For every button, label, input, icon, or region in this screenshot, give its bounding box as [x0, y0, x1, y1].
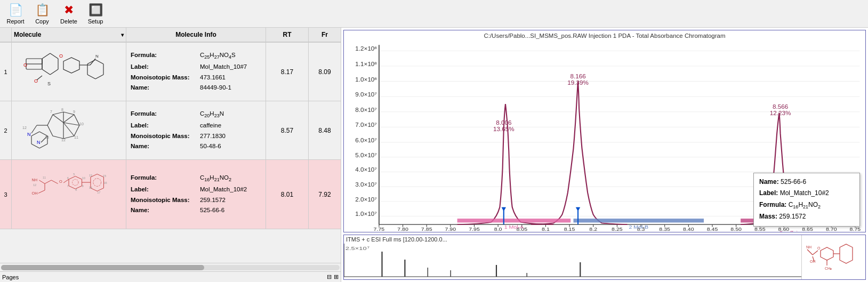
svg-text:S: S	[47, 81, 51, 86]
table-row[interactable]: 2 N	[0, 101, 341, 160]
table-header: Molecule ▾ Molecule Info RT Fr	[0, 28, 341, 43]
svg-text:9: 9	[73, 110, 75, 114]
row-fr-2: 8.48	[309, 101, 341, 159]
svg-text:N: N	[37, 140, 41, 145]
svg-text:3.0×10⁷: 3.0×10⁷	[355, 182, 376, 188]
svg-text:6: 6	[67, 176, 69, 180]
svg-text:8.75: 8.75	[850, 227, 861, 232]
svg-text:8.15: 8.15	[564, 227, 575, 232]
row-molinfo-1: Formula:C25H27NO4S Label:Mol_Match_10#7 …	[126, 43, 266, 101]
row-rt-2: 8.57	[266, 101, 309, 159]
col-fr-header: Fr	[309, 28, 341, 42]
spectrum-svg: 2.5×10⁷	[344, 244, 801, 278]
svg-text:8.50: 8.50	[730, 227, 742, 232]
svg-text:O: O	[23, 62, 27, 68]
delete-label: Delete	[60, 18, 77, 25]
copy-icon: 📋	[35, 3, 50, 17]
svg-marker-179	[821, 247, 833, 260]
svg-text:5: 5	[73, 173, 75, 176]
svg-text:8.2: 8.2	[589, 227, 597, 232]
report-icon: 📄	[9, 3, 23, 17]
main-area: Molecule ▾ Molecule Info RT Fr 1	[0, 28, 868, 282]
svg-text:2.5×10⁷: 2.5×10⁷	[345, 246, 369, 251]
tooltip-formula-value: C16H21NO2	[789, 201, 821, 208]
svg-text:N: N	[95, 54, 99, 59]
row-num-2: 2	[0, 101, 12, 159]
report-button[interactable]: 📄 Report	[2, 1, 29, 27]
svg-line-4	[50, 69, 58, 75]
svg-marker-70	[91, 174, 104, 191]
svg-line-52	[45, 180, 51, 184]
bottom-struct-svg: NH O OH CH₃	[805, 239, 863, 276]
page-nav-icon[interactable]: ⊟	[327, 273, 332, 280]
svg-line-5	[42, 69, 50, 75]
svg-line-15	[95, 60, 103, 64]
horizontal-scrollbar[interactable]	[0, 263, 341, 271]
scrollbar-thumb[interactable]	[1, 265, 204, 270]
scrollbar-track[interactable]	[1, 265, 340, 270]
row-num-1: 1	[0, 43, 12, 101]
delete-button[interactable]: ✖ Delete	[55, 1, 82, 27]
svg-text:19.39%: 19.39%	[567, 80, 589, 86]
svg-text:5.0×10⁷: 5.0×10⁷	[355, 152, 376, 158]
sort-icon[interactable]: ▾	[121, 32, 124, 38]
svg-text:17: 17	[97, 190, 100, 194]
svg-line-17	[95, 75, 103, 79]
bottom-spectrum: ITMS + c ESI Full ms [120.00-1200.0... 2	[344, 235, 801, 279]
row-rt-1: 8.17	[266, 43, 309, 101]
bottom-panel: ITMS + c ESI Full ms [120.00-1200.0... 2	[343, 235, 866, 280]
svg-text:1.1×10⁸: 1.1×10⁸	[355, 61, 377, 67]
bottom-structure: NH O OH CH₃	[801, 235, 865, 279]
tooltip-name-label: Name:	[759, 178, 779, 186]
svg-text:8.70: 8.70	[826, 227, 837, 232]
page-nav-icon2[interactable]: ⊞	[334, 273, 339, 280]
row-molinfo-3: Formula:C16H21NO2 Label:Mol_Match_10#2 M…	[126, 160, 266, 229]
svg-text:10: 10	[79, 122, 84, 126]
svg-text:4.0×10⁷: 4.0×10⁷	[355, 167, 376, 173]
svg-point-71	[93, 178, 101, 186]
right-panel: C:/Users/Pablo...SI_MSMS_pos.RAW Injecti…	[341, 28, 868, 282]
svg-text:7: 7	[67, 184, 69, 188]
svg-text:8.566: 8.566	[773, 104, 788, 110]
svg-text:1 Mol-A: 1 Mol-A	[504, 224, 524, 230]
svg-text:1.2×10⁸: 1.2×10⁸	[355, 46, 377, 52]
svg-text:8.55: 8.55	[754, 227, 766, 232]
copy-label: Copy	[35, 18, 49, 25]
svg-text:OH: OH	[31, 191, 37, 196]
svg-point-62	[73, 179, 78, 185]
svg-text:CH₃: CH₃	[825, 267, 832, 270]
svg-text:8.45: 8.45	[707, 227, 718, 232]
svg-line-1	[42, 53, 50, 59]
svg-text:O: O	[59, 179, 62, 183]
svg-rect-153	[574, 219, 704, 222]
svg-line-25	[53, 115, 63, 123]
svg-line-27	[63, 115, 74, 123]
table-row[interactable]: 1	[0, 43, 341, 101]
svg-text:12: 12	[22, 126, 27, 130]
svg-text:13: 13	[89, 174, 92, 177]
table-row[interactable]: 3 NH O	[0, 160, 341, 229]
tooltip-label-label: Label:	[759, 189, 778, 197]
svg-text:7.85: 7.85	[421, 227, 432, 232]
row-fr-3: 7.92	[309, 160, 341, 229]
spec-label: ITMS + c ESI Full ms [120.00-1200.0...	[344, 235, 801, 244]
col-molinfo-header: Molecule Info	[126, 28, 266, 42]
svg-text:NH: NH	[806, 245, 811, 249]
tooltip-mass-value: 259.1572	[779, 213, 806, 220]
setup-button[interactable]: 🔲 Setup	[82, 1, 109, 27]
svg-text:2 Mol-B: 2 Mol-B	[629, 224, 648, 230]
delete-icon: ✖	[64, 3, 74, 17]
row-molecule-3: NH O OH	[12, 160, 126, 229]
setup-icon: 🔲	[89, 3, 103, 17]
col-rt-header: RT	[266, 28, 309, 42]
copy-button[interactable]: 📋 Copy	[29, 1, 55, 27]
svg-line-51	[39, 180, 45, 184]
svg-line-57	[38, 190, 45, 193]
svg-text:OH: OH	[810, 260, 816, 263]
svg-text:8: 8	[75, 188, 77, 191]
svg-text:11: 11	[74, 135, 78, 139]
row-rt-3: 8.01	[266, 160, 309, 229]
tooltip-name-value: 525-66-6	[781, 178, 806, 186]
row-molecule-2: N 7 8 9 10 11 12 13	[12, 101, 126, 159]
svg-marker-61	[69, 176, 82, 189]
